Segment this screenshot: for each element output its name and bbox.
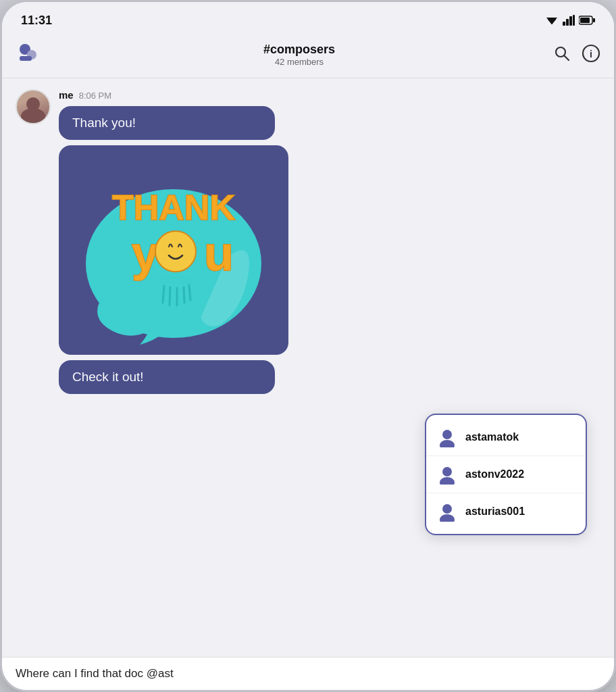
status-bar: 11:31	[2, 2, 614, 34]
svg-point-32	[442, 504, 452, 514]
svg-rect-8	[580, 18, 590, 23]
svg-point-29	[440, 440, 455, 447]
message-meta: me 8:06 PM	[59, 89, 288, 101]
input-text[interactable]: Where can I find that doc @ast	[16, 667, 600, 681]
svg-rect-9	[593, 18, 595, 22]
svg-point-31	[440, 477, 455, 485]
header: #composers 42 members i	[2, 34, 614, 78]
search-icon	[553, 45, 571, 62]
status-icons	[545, 15, 595, 26]
mention-highlight-1: ast	[465, 431, 481, 443]
svg-rect-12	[20, 56, 32, 61]
info-icon: i	[582, 44, 600, 63]
svg-text:y: y	[132, 226, 159, 280]
thank-you-sticker: THANK y u	[72, 155, 275, 345]
info-button[interactable]: i	[582, 44, 600, 66]
message-time: 8:06 PM	[79, 91, 111, 101]
text-bubble-2: Check it out!	[59, 360, 275, 394]
input-area[interactable]: Where can I find that doc @ast	[2, 657, 614, 690]
mention-item-3[interactable]: asturias001	[426, 495, 586, 528]
divider-1	[426, 455, 586, 456]
mention-name-2: astonv2022	[465, 468, 524, 480]
wifi-icon	[545, 15, 559, 26]
search-button[interactable]	[553, 45, 571, 65]
mention-rest-1: amatok	[481, 431, 519, 443]
svg-text:u: u	[204, 226, 234, 280]
message-row: me 8:06 PM Thank you!	[16, 89, 600, 394]
mention-name-1: astamatok	[465, 431, 519, 443]
mention-rest-3: urias001	[481, 505, 525, 517]
divider-2	[426, 493, 586, 493]
header-center: #composers 42 members	[45, 43, 553, 67]
mention-rest-2: onv2022	[481, 468, 524, 480]
svg-line-23	[163, 286, 164, 303]
message-content: me 8:06 PM Thank you!	[59, 89, 288, 394]
sender-name: me	[59, 89, 74, 101]
svg-line-27	[189, 285, 190, 300]
svg-rect-4	[566, 19, 569, 26]
svg-marker-2	[550, 22, 554, 24]
mention-avatar-3	[437, 501, 457, 522]
svg-point-20	[155, 231, 196, 272]
phone-frame: 11:31	[0, 0, 616, 692]
svg-point-30	[442, 467, 452, 476]
mention-avatar-1	[437, 427, 457, 447]
status-time: 11:31	[21, 14, 52, 28]
mention-highlight-3: ast	[465, 505, 481, 517]
svg-rect-6	[573, 15, 575, 26]
svg-line-26	[184, 287, 184, 303]
mention-item-1[interactable]: astamatok	[426, 420, 586, 454]
svg-line-24	[170, 287, 170, 305]
channel-title: #composers	[45, 43, 553, 57]
svg-text:THANK: THANK	[112, 188, 235, 227]
svg-rect-3	[563, 22, 565, 26]
svg-point-28	[442, 430, 452, 439]
svg-line-14	[565, 56, 569, 61]
svg-rect-5	[569, 16, 572, 26]
sticker-bubble: THANK y u	[59, 145, 288, 355]
svg-text:i: i	[590, 49, 592, 59]
svg-point-33	[440, 514, 455, 522]
signal-icon	[563, 15, 575, 26]
mention-highlight-2: ast	[465, 468, 481, 480]
mention-dropdown: astamatok astonv2022	[425, 414, 587, 535]
chat-area: me 8:06 PM Thank you!	[2, 78, 614, 657]
mention-name-3: asturias001	[465, 505, 525, 518]
member-count: 42 members	[45, 57, 553, 67]
avatar	[16, 89, 51, 124]
header-actions: i	[553, 44, 600, 66]
battery-icon	[579, 16, 595, 25]
text-bubble-1: Thank you!	[59, 106, 275, 140]
mention-avatar-2	[437, 464, 457, 485]
group-icon	[16, 40, 45, 70]
mention-item-2[interactable]: astonv2022	[426, 458, 586, 491]
header-avatar	[16, 40, 45, 70]
